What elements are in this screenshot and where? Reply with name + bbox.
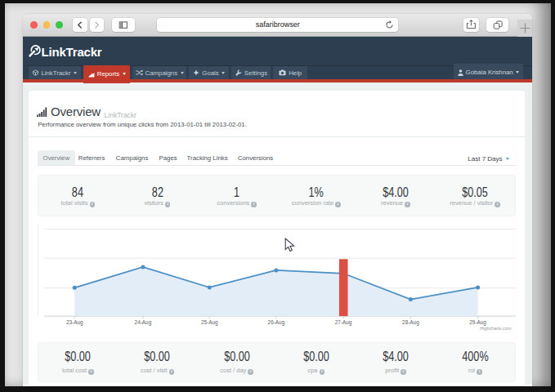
svg-text:25-Aug: 25-Aug	[200, 318, 217, 325]
svg-text:29-Aug: 29-Aug	[469, 318, 486, 325]
svg-text:24-Aug: 24-Aug	[134, 318, 151, 325]
svg-text:Highcharts.com: Highcharts.com	[480, 325, 512, 330]
svg-text:23-Aug: 23-Aug	[65, 318, 83, 325]
svg-text:26-Aug: 26-Aug	[267, 318, 284, 325]
svg-text:28-Aug: 28-Aug	[402, 318, 419, 325]
svg-text:27-Aug: 27-Aug	[334, 318, 351, 325]
